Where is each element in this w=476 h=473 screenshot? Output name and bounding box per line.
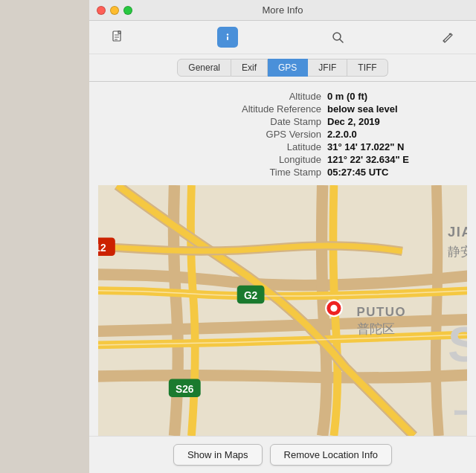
version-label: GPS Version [208, 129, 327, 140]
svg-point-25 [330, 305, 337, 312]
title-bar: More Info [89, 0, 476, 21]
svg-text:上海: 上海 [454, 376, 467, 422]
gps-row-lat: Latitude 31° 14' 17.022" N [104, 141, 461, 152]
svg-rect-11 [98, 185, 467, 436]
date-label: Date Stamp [208, 116, 327, 127]
tabs-container: General Exif GPS JFIF TIFF [89, 54, 476, 82]
gps-row-date: Date Stamp Dec 2, 2019 [104, 116, 461, 127]
svg-text:静安区: 静安区 [448, 245, 467, 259]
window-title: More Info [263, 4, 303, 16]
maximize-button[interactable] [123, 6, 132, 15]
edit-icon[interactable] [437, 27, 458, 48]
alt-ref-label: Altitude Reference [208, 103, 327, 115]
svg-text:JIANAN: JIANAN [448, 224, 467, 239]
gps-row-version: GPS Version 2.2.0.0 [104, 129, 461, 140]
tab-exif[interactable]: Exif [231, 59, 268, 77]
altitude-label: Altitude [208, 91, 327, 102]
map-svg: G312 G2 S26 JIANAN 静安区 PUTUO 普陀区 Shang 上… [98, 185, 467, 436]
search-icon[interactable] [327, 27, 348, 48]
svg-line-9 [340, 39, 343, 42]
info-icon[interactable] [217, 27, 238, 48]
svg-text:普陀区: 普陀区 [357, 322, 395, 336]
date-value: Dec 2, 2019 [327, 116, 461, 127]
svg-text:G312: G312 [98, 242, 106, 254]
sidebar [0, 0, 89, 473]
show-in-maps-button[interactable]: Show in Maps [173, 444, 263, 466]
time-label: Time Stamp [208, 167, 327, 178]
lat-value: 31° 14' 17.022" N [327, 141, 461, 152]
svg-text:PUTUO: PUTUO [357, 305, 407, 319]
lat-label: Latitude [208, 141, 327, 152]
gps-row-altitude: Altitude 0 m (0 ft) [104, 91, 461, 102]
lon-label: Longitude [208, 154, 327, 165]
svg-point-6 [227, 33, 228, 35]
bottom-bar: Show in Maps Remove Location Info [89, 436, 476, 473]
svg-rect-1 [118, 31, 120, 33]
svg-text:Shang: Shang [448, 316, 467, 372]
tab-general[interactable]: General [177, 59, 231, 77]
window-controls [97, 6, 132, 15]
alt-ref-value: below sea level [327, 103, 461, 115]
gps-info-panel: Altitude 0 m (0 ft) Altitude Reference b… [89, 82, 476, 185]
remove-location-button[interactable]: Remove Location Info [270, 444, 392, 466]
tab-tiff[interactable]: TIFF [347, 59, 387, 77]
svg-text:G2: G2 [244, 290, 258, 301]
toolbar [89, 21, 476, 54]
gps-row-alt-ref: Altitude Reference below sea level [104, 103, 461, 115]
svg-text:S26: S26 [176, 384, 194, 395]
lon-value: 121° 22' 32.634" E [327, 154, 461, 165]
gps-row-time: Time Stamp 05:27:45 UTC [104, 167, 461, 178]
main-panel: More Info [89, 0, 476, 473]
tab-jfif[interactable]: JFIF [308, 59, 347, 77]
svg-rect-7 [227, 36, 228, 40]
minimize-button[interactable] [110, 6, 119, 15]
file-icon[interactable] [107, 27, 128, 48]
time-value: 05:27:45 UTC [327, 167, 461, 178]
tab-gps[interactable]: GPS [268, 59, 308, 77]
close-button[interactable] [97, 6, 106, 15]
gps-row-lon: Longitude 121° 22' 32.634" E [104, 154, 461, 165]
altitude-value: 0 m (0 ft) [327, 91, 461, 102]
map-container: G312 G2 S26 JIANAN 静安区 PUTUO 普陀区 Shang 上… [98, 185, 467, 436]
version-value: 2.2.0.0 [327, 129, 461, 140]
